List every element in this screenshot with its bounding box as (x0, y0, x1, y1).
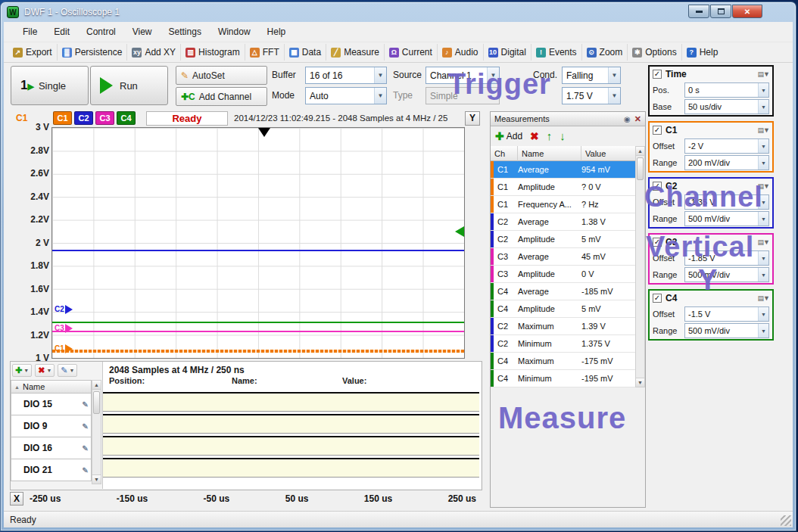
channel-checkbox[interactable]: ✓ (653, 294, 662, 303)
move-down-button[interactable]: ↓ (560, 129, 566, 142)
toolbar-button[interactable]: 10 Digital (484, 44, 531, 61)
source-select[interactable]: Channel 1 ▼ (425, 67, 500, 84)
chevron-down-icon[interactable]: ▼ (758, 195, 768, 209)
channel-offset-select[interactable]: -1.85 V ▼ (684, 250, 769, 266)
digital-scrollbar[interactable]: ▲ ▼ (92, 380, 101, 484)
column-header-name[interactable]: Name (518, 146, 581, 161)
toolbar-button[interactable]: ╱ Measure (326, 44, 385, 61)
signal-row[interactable]: DIO 9 ✎ (11, 415, 92, 437)
chevron-down-icon[interactable]: ▼ (608, 88, 620, 104)
mode-select[interactable]: Auto ▼ (305, 87, 387, 104)
chevron-down-icon[interactable]: ▼ (608, 67, 620, 83)
minimize-button[interactable] (688, 5, 709, 18)
menu-item[interactable]: Edit (45, 23, 78, 40)
signal-edit-icon[interactable]: ✎ (83, 422, 89, 431)
chevron-down-icon[interactable]: ▼ (758, 307, 768, 321)
time-base-select[interactable]: 50 us/div ▼ (684, 99, 769, 114)
measurement-row[interactable]: C4 Amplitude 5 mV (491, 300, 636, 318)
add-measurement-button[interactable]: ✚ Add (495, 130, 522, 142)
buffer-select[interactable]: 16 of 16 ▼ (305, 67, 387, 84)
measurement-row[interactable]: C3 Amplitude 0 V (491, 266, 636, 283)
chevron-down-icon[interactable]: ▼ (374, 88, 386, 104)
toolbar-button[interactable]: ? Help (682, 44, 723, 61)
chevron-down-icon[interactable]: ▼ (758, 251, 768, 265)
time-checkbox[interactable]: ✓ (653, 70, 662, 79)
delete-measurement-button[interactable]: ✖ (530, 130, 539, 142)
trigger-level-select[interactable]: 1.75 V ▼ (562, 87, 621, 104)
add-channel-button[interactable]: ✚C Add Channel (176, 87, 267, 106)
scope-plot[interactable]: C2 C3 C1 (51, 127, 465, 359)
c2-offset-marker[interactable]: C2 (55, 304, 73, 314)
toolbar-button[interactable]: ▓ Persistence (58, 44, 128, 61)
autoset-button[interactable]: ✎ AutoSet (176, 66, 267, 85)
maximize-button[interactable] (710, 5, 731, 18)
measurement-row[interactable]: C4 Average -185 mV (491, 283, 636, 300)
menu-item[interactable]: File (14, 23, 45, 40)
menu-item[interactable]: Help (259, 23, 295, 40)
scroll-down-icon[interactable]: ▼ (636, 378, 644, 387)
chevron-down-icon[interactable]: ▼ (374, 67, 386, 83)
trigger-level-marker[interactable] (455, 226, 464, 237)
y-axis-button[interactable]: Y (465, 111, 480, 126)
resize-grip[interactable] (781, 515, 791, 526)
measurement-row[interactable]: C1 Average 954 mV (491, 161, 636, 179)
chevron-down-icon[interactable]: ▼ (758, 212, 768, 226)
chevron-down-icon[interactable]: ▼ (487, 67, 499, 83)
scroll-up-icon[interactable]: ▲ (92, 381, 101, 390)
panel-options-icon[interactable]: ▤▼ (758, 70, 769, 78)
scroll-down-icon[interactable]: ▼ (92, 474, 101, 484)
menu-item[interactable]: View (124, 23, 161, 40)
scrollbar-thumb[interactable] (637, 157, 644, 180)
single-button[interactable]: 1▶ Single (11, 66, 89, 105)
toolbar-button[interactable]: ▦ Data (285, 44, 326, 61)
remove-signal-button[interactable]: ✖▼ (35, 364, 55, 377)
menu-item[interactable]: Settings (161, 23, 210, 40)
chevron-down-icon[interactable]: ▼ (758, 100, 768, 114)
channel-range-select[interactable]: 500 mV/div ▼ (684, 267, 769, 282)
signal-row[interactable]: DIO 16 ✎ (11, 437, 92, 459)
move-up-button[interactable]: ↑ (547, 129, 553, 142)
c3-offset-marker[interactable]: C3 (55, 323, 73, 333)
column-header-value[interactable]: Value (581, 146, 636, 161)
channel-tab[interactable]: C3 (95, 111, 114, 125)
channel-tab[interactable]: C1 (53, 111, 72, 125)
menu-item[interactable]: Window (210, 23, 259, 40)
toolbar-button[interactable]: ↗ Export (8, 44, 58, 61)
toolbar-button[interactable]: ⊙ Zoom (582, 44, 628, 61)
measurements-scrollbar[interactable]: ▲ ▼ (635, 146, 645, 387)
pin-icon[interactable]: ◉ (624, 115, 631, 123)
add-signal-button[interactable]: ✚▼ (12, 364, 32, 377)
channel-tab[interactable]: C4 (117, 111, 136, 125)
chevron-down-icon[interactable]: ▼ (758, 268, 768, 282)
channel-offset-select[interactable]: -2 V ▼ (684, 138, 769, 154)
time-position-select[interactable]: 0 s ▼ (684, 82, 769, 98)
measurement-row[interactable]: C2 Average 1.38 V (491, 213, 636, 231)
titlebar[interactable]: W DWF 1 - Oscilloscope 1 ✕ (1, 2, 796, 22)
signal-edit-icon[interactable]: ✎ (83, 466, 89, 474)
toolbar-button[interactable]: ! Events (531, 44, 582, 61)
scrollbar-thumb[interactable] (93, 391, 100, 414)
chevron-down-icon[interactable]: ▼ (758, 156, 768, 170)
toolbar-button[interactable]: ✱ Options (628, 44, 681, 61)
channel-offset-select[interactable]: -1.5 V ▼ (684, 306, 769, 322)
measurement-row[interactable]: C1 Amplitude ? 0 V (491, 179, 636, 196)
panel-options-icon[interactable]: ▤▼ (758, 294, 769, 302)
condition-select[interactable]: Falling ▼ (562, 67, 621, 84)
scroll-up-icon[interactable]: ▲ (636, 147, 644, 156)
run-button[interactable]: Run (90, 66, 168, 105)
channel-range-select[interactable]: 500 mV/div ▼ (684, 211, 769, 226)
panel-options-icon[interactable]: ▤▼ (758, 238, 769, 246)
signal-edit-icon[interactable]: ✎ (83, 400, 89, 409)
type-select[interactable]: Simple (425, 87, 500, 104)
channel-tab[interactable]: C2 (74, 111, 93, 125)
toolbar-button[interactable]: ▥ Histogram (181, 44, 245, 61)
measurement-row[interactable]: C2 Amplitude 5 mV (491, 231, 636, 248)
measurement-row[interactable]: C4 Maximum -175 mV (491, 353, 636, 370)
chevron-down-icon[interactable]: ▼ (758, 324, 768, 338)
chevron-down-icon[interactable]: ▼ (758, 139, 768, 153)
c1-offset-marker[interactable]: C1 (55, 344, 73, 353)
panel-options-icon[interactable]: ▤▼ (758, 182, 769, 190)
measurement-row[interactable]: C2 Minimum 1.375 V (491, 335, 636, 353)
menu-item[interactable]: Control (78, 23, 124, 40)
channel-range-select[interactable]: 200 mV/div ▼ (684, 155, 769, 170)
